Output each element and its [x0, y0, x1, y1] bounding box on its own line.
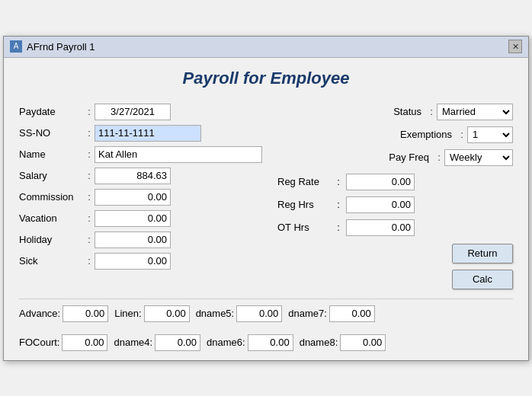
salary-row: Salary :	[19, 168, 262, 184]
right-panel: Status : Single Married Exemptions : 0 1…	[277, 104, 513, 289]
vacation-input[interactable]	[95, 210, 171, 227]
advance-input[interactable]	[62, 305, 108, 322]
paydate-row: Paydate :	[19, 104, 262, 120]
regrate-label: Reg Rate	[277, 176, 331, 187]
sick-row: Sick :	[19, 253, 262, 270]
main-area: Paydate : SS-NO : Name :	[19, 104, 513, 289]
commission-input[interactable]	[95, 189, 171, 206]
regrate-row: Reg Rate :	[277, 174, 513, 190]
regrate-input[interactable]	[346, 174, 415, 190]
left-panel: Paydate : SS-NO : Name :	[19, 104, 262, 289]
exemptions-row: Exemptions : 0 1 2 3 4 5	[277, 126, 513, 143]
bottom-row: Advance: Linen: dname5: dname7:	[19, 299, 513, 322]
exemptions-select[interactable]: 0 1 2 3 4 5	[467, 126, 513, 143]
name-row: Name :	[19, 146, 262, 163]
reghrs-row: Reg Hrs :	[277, 196, 513, 213]
salary-label: Salary	[19, 170, 84, 181]
sick-input[interactable]	[95, 253, 171, 270]
ssno-row: SS-NO :	[19, 125, 262, 142]
ssno-label: SS-NO	[19, 127, 84, 139]
bottom-row-2: FOCourt: dname4: dname6: dname8:	[19, 331, 513, 351]
holiday-input[interactable]	[95, 232, 171, 248]
dname8-label: dname8:	[300, 337, 338, 348]
name-label: Name	[19, 148, 84, 160]
vacation-row: Vacation :	[19, 210, 262, 227]
sick-label: Sick	[19, 255, 84, 267]
dname5-field: dname5:	[196, 305, 283, 322]
focourt-label: FOCourt:	[19, 337, 59, 348]
dname8-field: dname8:	[300, 334, 386, 351]
exemptions-label: Exemptions	[400, 129, 452, 140]
page-title: Payroll for Employee	[19, 65, 513, 91]
paydate-input[interactable]	[95, 104, 171, 120]
advance-label: Advance:	[19, 308, 60, 319]
app-icon: A	[10, 40, 22, 53]
ssno-input[interactable]	[95, 125, 201, 142]
payfreq-row: Pay Freq : Weekly Bi-Weekly Semi-Monthly…	[277, 149, 513, 166]
othrs-label: OT Hrs	[277, 222, 331, 233]
return-button[interactable]: Return	[452, 244, 513, 263]
commission-row: Commission :	[19, 189, 262, 206]
button-area: Return Calc	[277, 244, 513, 289]
status-select[interactable]: Single Married	[437, 104, 513, 120]
holiday-label: Holiday	[19, 234, 84, 245]
dname7-input[interactable]	[329, 305, 375, 322]
dname4-label: dname4:	[114, 337, 152, 348]
advance-field: Advance:	[19, 305, 108, 322]
paydate-label: Paydate	[19, 106, 84, 117]
close-button[interactable]: ✕	[508, 40, 522, 53]
content-area: Payroll for Employee Paydate : SS-NO :	[4, 58, 528, 360]
payfreq-select[interactable]: Weekly Bi-Weekly Semi-Monthly Monthly	[444, 149, 513, 166]
reghrs-input[interactable]	[346, 196, 415, 213]
holiday-row: Holiday :	[19, 232, 262, 248]
dname8-input[interactable]	[340, 334, 386, 351]
dname5-label: dname5:	[196, 308, 235, 319]
reghrs-label: Reg Hrs	[277, 199, 331, 210]
dname6-field: dname6:	[207, 334, 293, 351]
dname7-label: dname7:	[288, 308, 327, 319]
payfreq-label: Pay Freq	[389, 152, 429, 163]
commission-label: Commission	[19, 191, 84, 203]
rate-section: Reg Rate : Reg Hrs : OT Hrs :	[277, 174, 513, 236]
name-input[interactable]	[95, 146, 262, 163]
dname4-input[interactable]	[155, 334, 200, 351]
linen-label: Linen:	[114, 308, 141, 319]
status-label: Status	[393, 106, 421, 117]
othrs-row: OT Hrs :	[277, 219, 513, 236]
dname6-label: dname6:	[207, 337, 245, 348]
calc-button[interactable]: Calc	[452, 270, 513, 289]
linen-field: Linen:	[114, 305, 189, 322]
window-title: AFrnd Payroll 1	[27, 41, 95, 53]
vacation-label: Vacation	[19, 212, 84, 224]
linen-input[interactable]	[144, 305, 190, 322]
dname4-field: dname4:	[114, 334, 200, 351]
focourt-field: FOCourt:	[19, 334, 107, 351]
title-bar: A AFrnd Payroll 1 ✕	[4, 37, 528, 58]
status-row: Status : Single Married	[277, 104, 513, 120]
salary-input[interactable]	[95, 168, 171, 184]
dname7-field: dname7:	[288, 305, 375, 322]
dname6-input[interactable]	[248, 334, 293, 351]
focourt-input[interactable]	[62, 334, 107, 351]
othrs-input[interactable]	[346, 219, 415, 236]
dname5-input[interactable]	[236, 305, 282, 322]
main-window: A AFrnd Payroll 1 ✕ Payroll for Employee…	[3, 36, 529, 361]
